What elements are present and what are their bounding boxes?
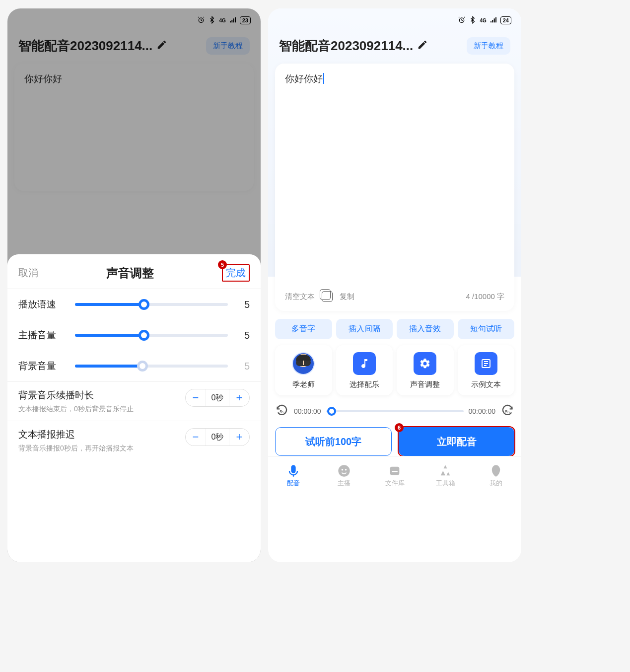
extend-title: 背景音乐续播时长 xyxy=(18,389,180,402)
music-select-card[interactable]: 选择配乐 xyxy=(336,345,393,395)
step-badge: 6 xyxy=(395,423,404,432)
gear-icon xyxy=(414,352,436,375)
speed-value: 5 xyxy=(235,299,250,310)
cancel-button[interactable]: 取消 xyxy=(18,266,38,280)
skip-back-button[interactable]: 5s xyxy=(275,404,289,418)
bottom-nav: 配音 主播 文件库 工具箱 我的 xyxy=(268,456,521,495)
sample-icon xyxy=(475,352,497,375)
trial-button[interactable]: 试听前100字 xyxy=(275,427,392,456)
extend-minus-button[interactable]: − xyxy=(186,389,206,406)
signal-icon xyxy=(490,16,497,25)
page-title: 智能配音2023092114... xyxy=(279,37,462,55)
clear-text-button[interactable]: 清空文本 xyxy=(285,292,315,301)
voice-select-card[interactable]: 季老师 xyxy=(275,345,332,395)
volume-slider[interactable] xyxy=(75,334,228,337)
text-input[interactable]: 你好你好 xyxy=(285,73,504,286)
sample-text-card[interactable]: 示例文本 xyxy=(458,345,515,395)
delay-value: 0秒 xyxy=(206,429,229,446)
done-button[interactable]: 完成 xyxy=(226,267,246,278)
network-label: 4G xyxy=(480,18,486,23)
sound-adjust-sheet: 取消 声音调整 5 完成 播放语速 5 主播音量 5 背景音量 xyxy=(7,254,261,562)
battery-indicator: 24 xyxy=(500,16,511,24)
sheet-title: 声音调整 xyxy=(106,265,154,281)
edit-icon[interactable] xyxy=(417,38,428,54)
done-button-highlight: 5 完成 xyxy=(222,264,250,282)
bgvolume-value: 5 xyxy=(235,361,250,372)
duration-time: 00:00:00 xyxy=(469,407,496,415)
copy-icon[interactable] xyxy=(322,291,333,302)
svg-point-5 xyxy=(345,468,347,470)
insert-gap-button[interactable]: 插入间隔 xyxy=(336,319,393,339)
extend-hint: 文本播报结束后，0秒后背景音乐停止 xyxy=(18,405,180,414)
step-badge: 5 xyxy=(218,260,227,269)
delay-title: 文本播报推迟 xyxy=(18,428,180,441)
tutorial-button[interactable]: 新手教程 xyxy=(467,37,510,55)
extend-plus-button[interactable]: + xyxy=(229,389,249,406)
sample-label: 示例文本 xyxy=(471,380,501,389)
speed-label: 播放语速 xyxy=(18,298,68,311)
current-time: 00:00:00 xyxy=(294,407,321,415)
skip-forward-button[interactable]: 5s xyxy=(500,404,514,418)
bluetooth-icon xyxy=(469,16,477,25)
nav-files[interactable]: 文件库 xyxy=(369,456,420,495)
nav-dub[interactable]: 配音 xyxy=(268,456,319,495)
start-dub-button[interactable]: 6 立即配音 xyxy=(399,427,514,456)
music-label: 选择配乐 xyxy=(350,380,379,389)
svg-point-4 xyxy=(342,468,344,470)
seek-slider[interactable] xyxy=(326,410,464,412)
sound-adjust-card[interactable]: 声音调整 xyxy=(397,345,454,395)
avatar-icon xyxy=(292,352,315,375)
polyphonic-button[interactable]: 多音字 xyxy=(275,319,332,339)
volume-label: 主播音量 xyxy=(18,329,68,342)
svg-rect-7 xyxy=(392,471,398,472)
music-icon xyxy=(353,352,376,375)
speed-slider[interactable] xyxy=(75,303,228,306)
insert-fx-button[interactable]: 插入音效 xyxy=(397,319,454,339)
nav-host[interactable]: 主播 xyxy=(319,456,369,495)
status-bar: 4G 24 xyxy=(268,8,521,32)
short-preview-button[interactable]: 短句试听 xyxy=(458,319,515,339)
delay-minus-button[interactable]: − xyxy=(186,429,206,446)
sound-label: 声音调整 xyxy=(410,380,440,389)
volume-value: 5 xyxy=(235,330,250,341)
delay-stepper: − 0秒 + xyxy=(185,428,250,446)
nav-tools[interactable]: 工具箱 xyxy=(420,456,471,495)
nav-mine[interactable]: 我的 xyxy=(471,456,521,495)
char-counter: 4 /10000 字 xyxy=(466,292,504,301)
bgvolume-slider[interactable] xyxy=(75,365,228,368)
text-cursor xyxy=(323,73,324,84)
copy-button[interactable]: 复制 xyxy=(340,292,354,301)
extend-value: 0秒 xyxy=(206,389,229,406)
bgvolume-label: 背景音量 xyxy=(18,360,68,373)
alarm-icon xyxy=(458,16,466,25)
voice-label: 季老师 xyxy=(292,380,315,389)
delay-plus-button[interactable]: + xyxy=(229,429,249,446)
extend-stepper: − 0秒 + xyxy=(185,389,250,407)
delay-hint: 背景音乐播报0秒后，再开始播报文本 xyxy=(18,444,180,453)
svg-point-3 xyxy=(338,465,350,476)
